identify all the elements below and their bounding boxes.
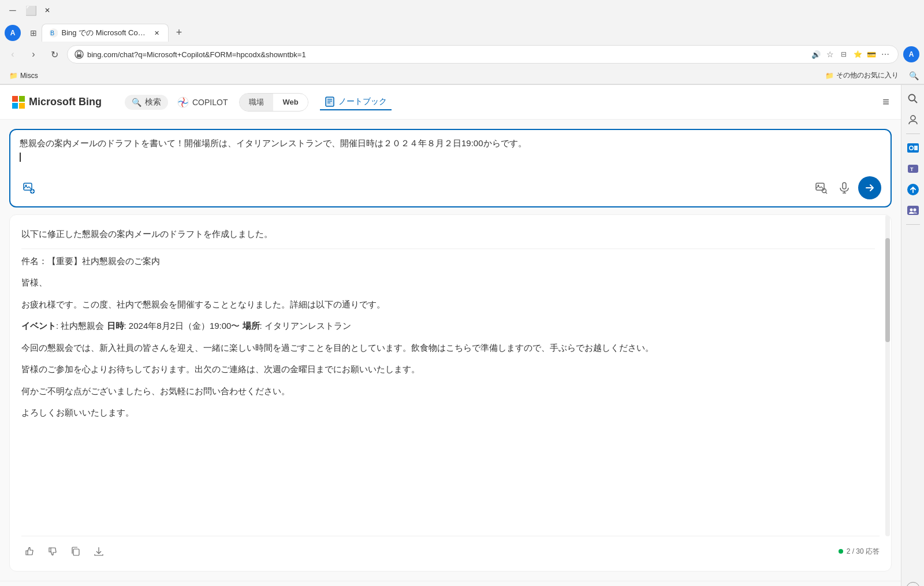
read-aloud-icon[interactable]: 🔊 xyxy=(810,49,822,60)
svg-rect-4 xyxy=(12,96,18,102)
right-sidebar: T + xyxy=(901,85,924,586)
text-cursor xyxy=(20,153,21,162)
input-text-content[interactable]: 懇親会の案内メールのドラフトを書いて！開催場所は、イタリアンレストランで、開催日… xyxy=(20,137,881,172)
title-bar: ─ ⬜ ✕ xyxy=(0,0,924,21)
bookmark-miscs-label: Miscs xyxy=(20,72,38,80)
workplace-tab-button[interactable]: 職場 xyxy=(240,94,273,111)
chat-area: 懇親会の案内メールのドラフトを書いて！開催場所は、イタリアンレストランで、開催日… xyxy=(0,120,901,581)
svg-rect-15 xyxy=(24,183,32,190)
scrollbar-thumb[interactable] xyxy=(885,238,890,342)
response-greeting: 皆様、 xyxy=(21,277,47,287)
profile-avatar[interactable]: A xyxy=(5,25,21,41)
thumbs-up-button[interactable] xyxy=(21,543,38,559)
star-icon[interactable]: ☆ xyxy=(824,49,836,60)
minimize-button[interactable]: ─ xyxy=(5,2,21,18)
sidebar-search-icon[interactable]: 🔍 xyxy=(908,70,919,81)
image-search-icon xyxy=(815,181,828,194)
sidebar-copilot-icon xyxy=(907,183,919,196)
response-subject: 件名：【重要】社内懇親会のご案内 xyxy=(21,256,160,266)
export-button[interactable] xyxy=(91,543,107,559)
thumbs-down-button[interactable] xyxy=(44,543,61,559)
svg-point-9 xyxy=(182,101,184,103)
active-tab[interactable]: B Bing での Microsoft Copilot ✕ xyxy=(42,24,169,42)
sidebar-outlook-button[interactable] xyxy=(904,139,922,157)
event-bold3: 場所 xyxy=(243,321,260,331)
svg-text:T: T xyxy=(910,166,914,172)
workplace-tab-label: 職場 xyxy=(249,98,264,106)
bing-favicon: B xyxy=(49,28,58,38)
sidebar-profile-icon xyxy=(907,114,919,125)
url-input[interactable]: bing.com/chat?q=Microsoft+Copilot&FORM=h… xyxy=(67,45,899,64)
svg-point-33 xyxy=(911,116,915,120)
sidebar-purple-button[interactable]: T xyxy=(904,160,922,178)
microsoft-logo-icon xyxy=(12,95,25,109)
sidebar-add-button[interactable]: + xyxy=(906,582,920,586)
bookmark-miscs[interactable]: 📁 Miscs xyxy=(5,71,43,81)
svg-rect-27 xyxy=(73,549,79,555)
web-tab-button[interactable]: Web xyxy=(273,94,307,110)
back-button[interactable]: ‹ xyxy=(5,46,21,62)
add-image-icon xyxy=(23,181,35,194)
ms-bing-logo[interactable]: Microsoft Bing xyxy=(12,95,102,109)
address-icons: 🔊 ☆ ⊟ ⭐ 💳 ⋯ xyxy=(810,49,891,60)
sidebar-divider2 xyxy=(906,224,920,225)
sidebar-teams-icon xyxy=(907,204,919,217)
tab-history-button[interactable]: ⊞ xyxy=(25,25,42,41)
hamburger-menu[interactable]: ≡ xyxy=(882,95,889,109)
response-box: 以下に修正した懇親会の案内メールのドラフトを作成しました。 件名：【重要】社内懇… xyxy=(9,214,892,572)
input-text: 懇親会の案内メールのドラフトを書いて！開催場所は、イタリアンレストランで、開催日… xyxy=(20,138,527,148)
refresh-button[interactable]: ↻ xyxy=(46,46,62,62)
other-favorites-button[interactable]: 📁 その他のお気に入り xyxy=(821,69,903,81)
response-body2: 今回の懇親会では、新入社員の皆さんを迎え、一緒に楽しい時間を過ごすことを目的とし… xyxy=(21,343,654,353)
send-button[interactable] xyxy=(858,176,881,199)
copilot-nav-link[interactable]: COPILOT xyxy=(177,97,228,108)
copilot-icon xyxy=(177,97,189,108)
scrollbar-track[interactable] xyxy=(884,215,891,536)
response-count: 2 / 30 応答 xyxy=(839,547,880,557)
add-image-button[interactable] xyxy=(20,179,38,197)
response-text: 以下に修正した懇親会の案内メールのドラフトを作成しました。 件名：【重要】社内懇… xyxy=(21,227,875,420)
sidebar-copilot-button[interactable] xyxy=(904,180,922,199)
search-label: 検索 xyxy=(145,97,161,107)
notebook-tab[interactable]: ノートブック xyxy=(320,94,392,110)
svg-rect-6 xyxy=(12,103,18,109)
bottom-bar: プレビュー Copilot は AI を利用しています。間違いないか確認してくだ… xyxy=(0,581,901,586)
response-body3: 皆様のご参加を心よりお待ちしております。出欠のご連絡は、次週の金曜日までにお願い… xyxy=(21,364,420,374)
svg-rect-7 xyxy=(19,103,25,109)
svg-point-42 xyxy=(910,209,912,212)
user-profile-button[interactable]: A xyxy=(903,46,919,62)
other-favorites-label: その他のお気に入り xyxy=(836,71,899,80)
count-text: 2 / 30 応答 xyxy=(847,547,880,557)
count-dot xyxy=(839,549,843,554)
sidebar-divider1 xyxy=(906,133,920,134)
event-bold1: イベント xyxy=(21,321,56,331)
forward-button[interactable]: › xyxy=(25,46,42,62)
close-button[interactable]: ✕ xyxy=(42,5,53,16)
copy-button[interactable] xyxy=(68,543,84,559)
mic-button[interactable] xyxy=(835,179,854,197)
other-favorites-icon: 📁 xyxy=(825,72,834,80)
event-text3: : イタリアンレストラン xyxy=(260,321,351,331)
sidebar-profile-button[interactable] xyxy=(904,110,922,129)
svg-point-43 xyxy=(913,209,916,212)
lock-icon xyxy=(74,50,84,59)
maximize-button[interactable]: ⬜ xyxy=(23,2,39,18)
input-right-actions xyxy=(812,176,881,199)
wallet-icon[interactable]: 💳 xyxy=(866,49,877,60)
sidebar-teams-button[interactable] xyxy=(904,201,922,220)
bing-logo-text: Microsoft Bing xyxy=(29,96,102,108)
response-actions xyxy=(21,543,107,559)
response-body1: お疲れ様です。この度、社内で懇親会を開催することとなりました。詳細は以下の通りで… xyxy=(21,299,385,309)
more-icon[interactable]: ⋯ xyxy=(880,49,891,60)
new-tab-button[interactable]: + xyxy=(171,25,187,41)
bookmark-folder-icon: 📁 xyxy=(9,72,18,80)
fav-icon[interactable]: ⭐ xyxy=(852,49,863,60)
bookmarks-bar: 📁 Miscs 📁 その他のお気に入り 🔍 xyxy=(0,67,924,84)
sidebar-search-button[interactable] xyxy=(904,90,922,108)
tab-close-button[interactable]: ✕ xyxy=(152,28,161,38)
image-search-button[interactable] xyxy=(812,179,830,197)
search-nav-link[interactable]: 🔍 検索 xyxy=(125,95,168,110)
svg-point-36 xyxy=(910,147,912,150)
response-divider xyxy=(21,249,875,249)
split-view-icon[interactable]: ⊟ xyxy=(838,49,850,60)
